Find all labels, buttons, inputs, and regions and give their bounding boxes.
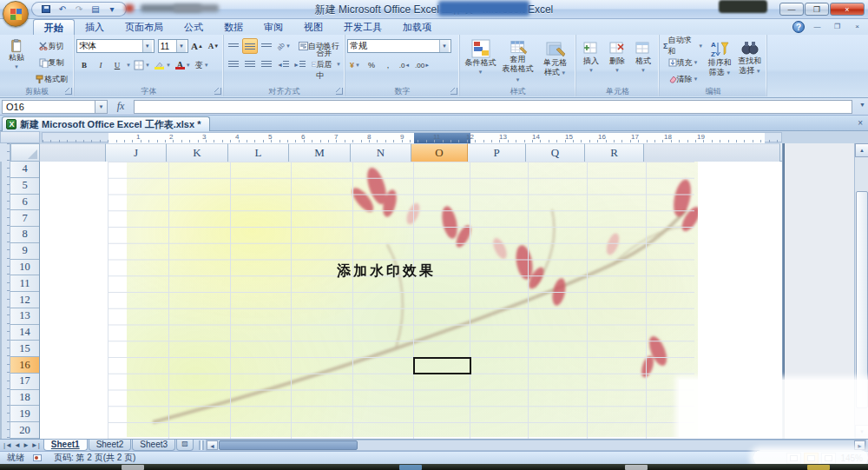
row-header-14[interactable]: 14 bbox=[10, 325, 39, 341]
number-dialog-launcher[interactable] bbox=[450, 88, 457, 95]
sheet-tab-Sheet2[interactable]: Sheet2 bbox=[89, 440, 132, 451]
font-family-combo[interactable]: 宋体 ▼ bbox=[76, 39, 155, 53]
workbook-close-button[interactable]: × bbox=[850, 22, 865, 33]
row-header-9[interactable]: 9 bbox=[10, 243, 39, 260]
insert-worksheet-button[interactable]: ▨ bbox=[176, 440, 194, 451]
font-family-dropdown[interactable]: ▼ bbox=[142, 40, 152, 52]
align-center-button[interactable] bbox=[242, 56, 258, 72]
orientation-button[interactable]: ab▼ bbox=[275, 38, 293, 54]
fill-color-dropdown[interactable]: ▼ bbox=[166, 63, 171, 68]
expand-formula-bar-button[interactable]: ▼ bbox=[859, 102, 865, 108]
column-header-L[interactable]: L bbox=[228, 143, 289, 162]
format-painter-button[interactable]: 格式刷 bbox=[33, 71, 69, 87]
bold-button[interactable]: B bbox=[76, 57, 92, 73]
phonetic-guide-button[interactable]: 变▼ bbox=[194, 57, 211, 73]
name-box-dropdown[interactable]: ▼ bbox=[95, 100, 108, 114]
clear-dropdown[interactable]: ▼ bbox=[694, 76, 699, 82]
last-sheet-button[interactable]: ►| bbox=[31, 441, 40, 449]
accounting-format-button[interactable]: ¥▼ bbox=[347, 57, 363, 73]
underline-dropdown[interactable]: ▼ bbox=[126, 63, 131, 68]
insert-function-button[interactable]: fx bbox=[108, 100, 134, 113]
row-header-10[interactable]: 10 bbox=[10, 260, 39, 276]
fill-dropdown[interactable]: ▼ bbox=[694, 60, 699, 65]
borders-dropdown[interactable]: ▼ bbox=[145, 63, 150, 68]
percent-style-button[interactable]: % bbox=[364, 57, 379, 73]
ribbon-tab-审阅[interactable]: 审阅 bbox=[253, 19, 293, 35]
scroll-left-arrow[interactable]: ◄ bbox=[207, 440, 218, 450]
format-cells-dropdown[interactable]: ▼ bbox=[641, 66, 646, 76]
macro-record-icon[interactable] bbox=[33, 454, 42, 461]
row-header-17[interactable]: 17 bbox=[10, 374, 39, 390]
row-header-8[interactable]: 8 bbox=[10, 227, 39, 243]
ribbon-tab-公式[interactable]: 公式 bbox=[174, 19, 214, 35]
office-button[interactable] bbox=[3, 1, 29, 27]
row-header-4[interactable]: 4 bbox=[10, 162, 39, 178]
font-dialog-launcher[interactable] bbox=[214, 88, 221, 95]
workbook-restore-button[interactable]: ❐ bbox=[830, 22, 845, 33]
help-icon[interactable]: ? bbox=[792, 21, 805, 33]
document-tab-close-icon[interactable]: × bbox=[858, 118, 863, 128]
conditional-formatting-dropdown[interactable]: ▼ bbox=[478, 68, 483, 77]
ribbon-tab-插入[interactable]: 插入 bbox=[75, 19, 115, 35]
bottom-align-button[interactable] bbox=[259, 38, 274, 54]
taskbar-item[interactable] bbox=[122, 465, 144, 470]
column-header-P[interactable]: P bbox=[468, 143, 526, 162]
formula-input[interactable] bbox=[134, 100, 852, 114]
insert-cells-dropdown[interactable]: ▼ bbox=[589, 66, 594, 76]
taskbar-item[interactable] bbox=[399, 465, 422, 470]
number-format-combo[interactable]: 常规 ▼ bbox=[347, 39, 451, 53]
scroll-up-arrow[interactable]: ▲ bbox=[855, 143, 868, 157]
ribbon-tab-开始[interactable]: 开始 bbox=[33, 19, 75, 35]
page-canvas[interactable]: 添加水印效果 bbox=[40, 162, 782, 439]
phonetic-dropdown[interactable]: ▼ bbox=[204, 63, 209, 68]
taskbar-item[interactable] bbox=[625, 465, 648, 470]
row-header-16[interactable]: 16 bbox=[10, 357, 39, 374]
borders-button[interactable]: ▼ bbox=[132, 57, 152, 73]
prev-sheet-button[interactable]: ◄ bbox=[14, 441, 21, 449]
conditional-formatting-button[interactable]: 条件格式 ▼ bbox=[462, 36, 499, 85]
next-sheet-button[interactable]: ► bbox=[23, 441, 30, 449]
cell-styles-button[interactable]: 单元格 样式 ▼ bbox=[536, 36, 574, 85]
row-header-7[interactable]: 7 bbox=[10, 210, 39, 227]
alignment-dialog-launcher[interactable] bbox=[336, 88, 343, 95]
selected-cell-O16[interactable] bbox=[413, 357, 471, 374]
column-header-J[interactable]: J bbox=[106, 143, 167, 162]
first-sheet-button[interactable]: |◄ bbox=[3, 441, 12, 449]
vertical-scroll-thumb[interactable] bbox=[856, 191, 868, 408]
fill-color-button[interactable]: ▼ bbox=[153, 57, 173, 73]
ribbon-tab-页面布局[interactable]: 页面布局 bbox=[115, 19, 174, 35]
find-select-button[interactable]: 查找和 选择 ▼ bbox=[735, 36, 765, 85]
autosum-button[interactable]: Σ 自动求和▼ bbox=[661, 38, 705, 54]
font-color-button[interactable]: A ▼ bbox=[174, 57, 193, 73]
row-header-6[interactable]: 6 bbox=[10, 195, 39, 211]
column-header-Q[interactable]: Q bbox=[526, 143, 585, 162]
font-size-dropdown[interactable]: ▼ bbox=[176, 40, 186, 52]
ribbon-tab-加载项[interactable]: 加载项 bbox=[392, 19, 442, 35]
row-header-5[interactable]: 5 bbox=[10, 178, 39, 195]
column-header-M[interactable]: M bbox=[289, 143, 351, 162]
top-align-button[interactable] bbox=[226, 38, 241, 54]
row-header-19[interactable]: 19 bbox=[10, 406, 39, 422]
align-left-button[interactable] bbox=[226, 56, 241, 72]
name-box[interactable]: O16 bbox=[2, 100, 95, 114]
increase-indent-button[interactable]: ► bbox=[292, 56, 307, 72]
paste-button[interactable]: 粘贴 ▼ bbox=[2, 36, 31, 85]
row-header-18[interactable]: 18 bbox=[10, 390, 39, 407]
decrease-decimal-button[interactable]: .00► bbox=[413, 57, 431, 73]
column-header-O[interactable]: O bbox=[411, 143, 468, 162]
tab-scrollbar-splitter[interactable] bbox=[199, 440, 204, 450]
cut-button[interactable]: 剪切 bbox=[33, 38, 69, 54]
column-header-N[interactable]: N bbox=[351, 143, 411, 162]
column-header-K[interactable]: K bbox=[167, 143, 228, 162]
taskbar-item[interactable] bbox=[807, 465, 830, 470]
font-color-dropdown[interactable]: ▼ bbox=[186, 63, 191, 68]
copy-button[interactable]: 复制 bbox=[33, 55, 69, 70]
sheet-tab-Sheet3[interactable]: Sheet3 bbox=[132, 440, 175, 451]
format-cells-button[interactable]: 格式 ▼ bbox=[630, 36, 656, 85]
row-header-12[interactable]: 12 bbox=[10, 292, 39, 308]
merge-center-dropdown[interactable]: ▼ bbox=[336, 62, 341, 67]
document-tab[interactable]: 新建 Microsoft Office Excel 工作表.xlsx * bbox=[2, 116, 210, 131]
delete-cells-button[interactable]: 删除 ▼ bbox=[604, 36, 630, 85]
accounting-dropdown[interactable]: ▼ bbox=[355, 63, 360, 68]
shrink-font-button[interactable]: A▼ bbox=[206, 38, 221, 54]
